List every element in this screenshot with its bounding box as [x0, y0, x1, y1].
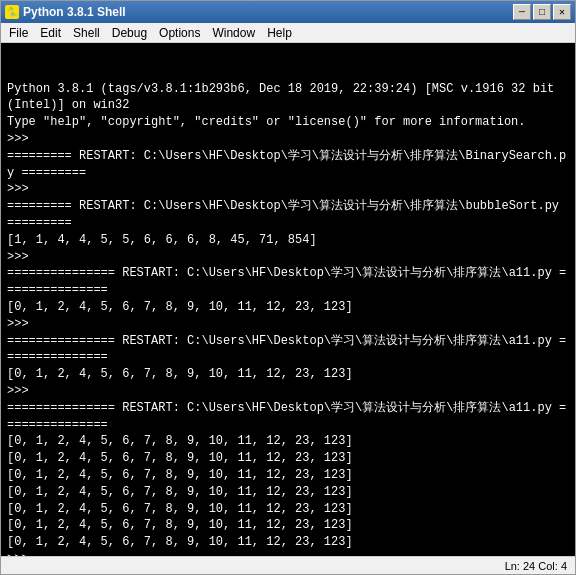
menu-shell[interactable]: Shell — [67, 24, 106, 42]
shell-line: =============== RESTART: C:\Users\HF\Des… — [7, 265, 569, 299]
shell-line: >>> — [7, 383, 569, 400]
window-title: Python 3.8.1 Shell — [23, 5, 513, 19]
app-icon: 🐍 — [5, 5, 19, 19]
menu-debug[interactable]: Debug — [106, 24, 153, 42]
shell-line: [0, 1, 2, 4, 5, 6, 7, 8, 9, 10, 11, 12, … — [7, 433, 569, 450]
shell-line: [0, 1, 2, 4, 5, 6, 7, 8, 9, 10, 11, 12, … — [7, 517, 569, 534]
main-window: 🐍 Python 3.8.1 Shell ─ □ ✕ File Edit She… — [0, 0, 576, 575]
shell-line: >>> — [7, 181, 569, 198]
shell-line: >>> — [7, 249, 569, 266]
status-bar: Ln: 24 Col: 4 — [1, 556, 575, 574]
shell-line: Python 3.8.1 (tags/v3.8.1:1b293b6, Dec 1… — [7, 81, 569, 115]
shell-output[interactable]: Python 3.8.1 (tags/v3.8.1:1b293b6, Dec 1… — [1, 43, 575, 556]
shell-line: [0, 1, 2, 4, 5, 6, 7, 8, 9, 10, 11, 12, … — [7, 450, 569, 467]
menu-bar: File Edit Shell Debug Options Window Hel… — [1, 23, 575, 43]
menu-edit[interactable]: Edit — [34, 24, 67, 42]
shell-line: =============== RESTART: C:\Users\HF\Des… — [7, 333, 569, 367]
shell-line: ========= RESTART: C:\Users\HF\Desktop\学… — [7, 148, 569, 182]
shell-line: >>> — [7, 131, 569, 148]
menu-help[interactable]: Help — [261, 24, 298, 42]
shell-line: [0, 1, 2, 4, 5, 6, 7, 8, 9, 10, 11, 12, … — [7, 299, 569, 316]
shell-line: [0, 1, 2, 4, 5, 6, 7, 8, 9, 10, 11, 12, … — [7, 501, 569, 518]
shell-line: >>> — [7, 316, 569, 333]
shell-line: ========= RESTART: C:\Users\HF\Desktop\学… — [7, 198, 569, 232]
shell-line: =============== RESTART: C:\Users\HF\Des… — [7, 400, 569, 434]
menu-options[interactable]: Options — [153, 24, 206, 42]
menu-file[interactable]: File — [3, 24, 34, 42]
shell-line: [0, 1, 2, 4, 5, 6, 7, 8, 9, 10, 11, 12, … — [7, 484, 569, 501]
minimize-button[interactable]: ─ — [513, 4, 531, 20]
shell-line: Type "help", "copyright", "credits" or "… — [7, 114, 569, 131]
maximize-button[interactable]: □ — [533, 4, 551, 20]
cursor-position: Ln: 24 Col: 4 — [505, 560, 567, 572]
menu-window[interactable]: Window — [206, 24, 261, 42]
close-button[interactable]: ✕ — [553, 4, 571, 20]
shell-line: [0, 1, 2, 4, 5, 6, 7, 8, 9, 10, 11, 12, … — [7, 467, 569, 484]
window-controls: ─ □ ✕ — [513, 4, 571, 20]
shell-line: [0, 1, 2, 4, 5, 6, 7, 8, 9, 10, 11, 12, … — [7, 366, 569, 383]
shell-line: [0, 1, 2, 4, 5, 6, 7, 8, 9, 10, 11, 12, … — [7, 534, 569, 551]
title-bar: 🐍 Python 3.8.1 Shell ─ □ ✕ — [1, 1, 575, 23]
shell-line: [1, 1, 4, 4, 5, 5, 6, 6, 6, 8, 45, 71, 8… — [7, 232, 569, 249]
